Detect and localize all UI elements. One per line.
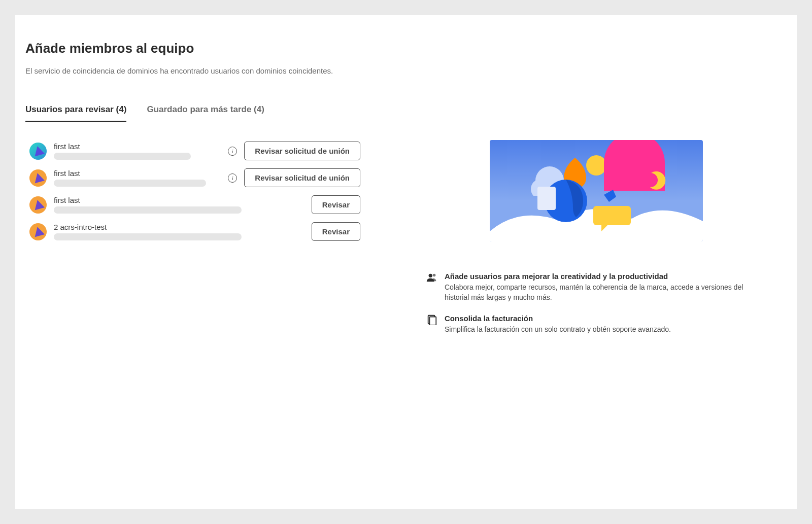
- benefit-desc: Simplifica la facturación con un solo co…: [445, 324, 766, 334]
- svg-point-3: [429, 274, 432, 277]
- svg-point-4: [433, 274, 436, 277]
- benefit-row: Añade usuarios para mejorar la creativid…: [426, 272, 766, 303]
- main-card: Añade miembros al equipo El servicio de …: [15, 15, 797, 509]
- avatar: [29, 143, 47, 160]
- user-info: first last: [54, 169, 221, 187]
- info-icon[interactable]: i: [228, 147, 237, 156]
- page-subtitle: El servicio de coincidencia de dominios …: [25, 66, 787, 75]
- avatar: [29, 169, 47, 187]
- content-row: Usuarios para revisar (4) Guardado para …: [25, 89, 787, 366]
- user-detail-placeholder: [54, 153, 191, 160]
- user-name: first last: [54, 142, 221, 151]
- user-list: first lastiRevisar solicitud de uniónfir…: [25, 137, 360, 245]
- avatar: [29, 223, 47, 240]
- user-info: 2 acrs-intro-test: [54, 223, 304, 240]
- benefit-row: Consolida la facturaciónSimplifica la fa…: [426, 314, 766, 334]
- svg-rect-6: [429, 317, 436, 325]
- user-name: first last: [54, 169, 221, 178]
- tab-saved-for-later[interactable]: Guardado para más tarde (4): [147, 104, 264, 122]
- team-illustration: [490, 140, 703, 241]
- header: Añade miembros al equipo El servicio de …: [25, 41, 787, 89]
- benefit-text: Añade usuarios para mejorar la creativid…: [445, 272, 766, 303]
- user-detail-placeholder: [54, 180, 206, 187]
- user-name: 2 acrs-intro-test: [54, 223, 304, 231]
- user-info: first last: [54, 142, 221, 160]
- users-icon: [426, 272, 437, 283]
- benefit-text: Consolida la facturaciónSimplifica la fa…: [445, 314, 766, 334]
- document-icon: [426, 314, 437, 325]
- page-title: Añade miembros al equipo: [25, 41, 787, 56]
- benefit-desc: Colabora mejor, comparte recursos, manté…: [445, 282, 766, 303]
- user-detail-placeholder: [54, 206, 242, 214]
- user-info: first last: [54, 196, 304, 214]
- benefit-title: Añade usuarios para mejorar la creativid…: [445, 272, 766, 281]
- user-name: first last: [54, 196, 304, 204]
- info-icon[interactable]: i: [228, 173, 237, 183]
- benefits-list: Añade usuarios para mejorar la creativid…: [426, 272, 766, 334]
- review-button[interactable]: Revisar solicitud de unión: [244, 168, 360, 187]
- svg-rect-2: [537, 187, 556, 210]
- tab-users-to-review[interactable]: Usuarios para revisar (4): [25, 104, 126, 122]
- user-row: first lastiRevisar solicitud de unión: [25, 137, 360, 164]
- right-panel: Añade usuarios para mejorar la creativid…: [381, 89, 787, 366]
- user-row: 2 acrs-intro-testRevisar: [25, 218, 360, 245]
- left-panel: Usuarios para revisar (4) Guardado para …: [25, 89, 360, 366]
- benefit-title: Consolida la facturación: [445, 314, 766, 323]
- avatar: [29, 196, 47, 214]
- review-button[interactable]: Revisar solicitud de unión: [244, 142, 360, 160]
- user-detail-placeholder: [54, 233, 242, 240]
- review-button[interactable]: Revisar: [312, 222, 360, 241]
- user-row: first lastiRevisar solicitud de unión: [25, 164, 360, 191]
- review-button[interactable]: Revisar: [312, 195, 360, 214]
- user-row: first lastRevisar: [25, 191, 360, 218]
- tabs: Usuarios para revisar (4) Guardado para …: [25, 104, 360, 122]
- svg-point-0: [586, 155, 606, 176]
